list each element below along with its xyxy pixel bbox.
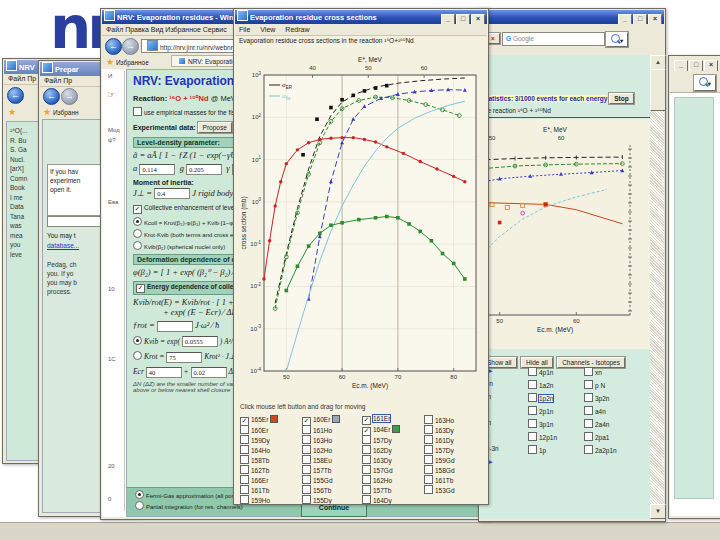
channel-checkbox[interactable] [584, 367, 593, 376]
isotope-item[interactable]: 155Dy [302, 495, 332, 504]
param-g-input[interactable]: 0.205 [186, 164, 222, 175]
isotope-item[interactable]: ✓161Er [362, 415, 390, 425]
isotope-item[interactable]: 159Dy [240, 435, 270, 444]
isotope-item[interactable]: 163Ho [302, 435, 332, 444]
maximize-button[interactable]: □ [633, 14, 647, 24]
search-button[interactable]: ▾ [694, 75, 716, 91]
isotope-checkbox[interactable]: ✓ [362, 416, 371, 425]
search-input[interactable]: G Google [502, 32, 605, 46]
isotope-item[interactable]: 161Ho [302, 425, 332, 434]
search-button[interactable]: ▾ [606, 32, 628, 47]
scroll-down-button[interactable]: ▼ [650, 504, 666, 519]
minimize-button[interactable]: _ [441, 14, 455, 24]
isotope-item[interactable]: 166Er [240, 475, 268, 484]
energy-dependence-checkbox[interactable]: ✓ [136, 284, 145, 293]
channel-checkbox[interactable] [528, 445, 537, 454]
kvib-input[interactable]: 0.0555 [182, 336, 218, 347]
channel-checkbox[interactable] [584, 380, 593, 389]
isotope-checkbox[interactable] [240, 455, 249, 464]
isotope-checkbox[interactable] [302, 485, 311, 494]
isotope-item[interactable]: 158Eu [302, 455, 332, 464]
channel-checkbox[interactable] [528, 432, 537, 441]
isotope-item[interactable]: 157Dy [362, 435, 392, 444]
isotope-checkbox[interactable] [362, 435, 371, 444]
fermi-gas-radio[interactable] [135, 490, 144, 499]
channel-item[interactable]: 1p [528, 445, 546, 454]
isotope-checkbox[interactable] [424, 415, 433, 424]
isotope-checkbox[interactable] [240, 495, 249, 504]
channel-checkbox[interactable] [528, 393, 537, 402]
isotope-item[interactable]: 164Ho [240, 445, 270, 454]
isotope-checkbox[interactable] [302, 425, 311, 434]
close-button[interactable]: × [648, 14, 662, 24]
inertia-input[interactable]: 0.4 [154, 188, 190, 199]
channel-checkbox[interactable] [528, 419, 537, 428]
channel-item[interactable]: 4p1n [528, 367, 553, 376]
collective-checkbox[interactable]: ✓ [133, 205, 142, 214]
channel-item[interactable]: 1p2n [528, 393, 553, 402]
channel-item[interactable]: 3p2n [584, 393, 609, 402]
maximize-button[interactable]: □ [456, 14, 470, 24]
scroll-up-button[interactable]: ▲ [650, 55, 666, 70]
channel-checkbox[interactable] [584, 393, 593, 402]
channel-checkbox[interactable] [528, 406, 537, 415]
isotope-checkbox[interactable] [362, 475, 371, 484]
isotope-checkbox[interactable] [302, 495, 311, 504]
isotope-checkbox[interactable] [362, 465, 371, 474]
frot-input[interactable] [157, 321, 193, 332]
forward-button[interactable]: → [122, 38, 139, 55]
window-titlebar[interactable]: _□× [480, 10, 664, 24]
channel-item[interactable]: 2p1n [528, 406, 553, 415]
cross-section-chart[interactable]: 10310210110010-110-210-310-4506070804050… [238, 49, 484, 401]
vertical-scrollbar[interactable]: ▲ ▼ [650, 55, 664, 519]
propose-button[interactable]: Propose [198, 122, 232, 133]
favorites-bar[interactable]: ★ Избранн [43, 107, 79, 117]
isotope-item[interactable]: 157Dy [424, 445, 454, 454]
channel-item[interactable]: xn [584, 367, 602, 376]
isotope-item[interactable]: 161Tb [240, 485, 269, 494]
isotope-item[interactable]: 161Tb [424, 475, 453, 484]
menu-item-view[interactable]: View [260, 26, 275, 33]
isotope-item[interactable]: 157Tb [302, 465, 331, 474]
favorites-bar[interactable]: ★ Избранное [106, 57, 149, 67]
window-titlebar[interactable]: Evaporation residue cross sections _□× [235, 10, 487, 24]
scrollbar-thumb[interactable] [650, 69, 666, 111]
isotope-item[interactable]: 158Gd [424, 465, 455, 474]
isotope-checkbox[interactable] [302, 475, 311, 484]
isotope-item[interactable]: 163Ho [424, 415, 454, 424]
isotope-checkbox[interactable] [240, 445, 249, 454]
param-a-input[interactable]: 0.114 [139, 164, 175, 175]
isotope-item[interactable]: 160Er [240, 425, 268, 434]
isotope-item[interactable]: 157Gd [362, 465, 393, 474]
isotope-checkbox[interactable] [240, 425, 249, 434]
window-titlebar[interactable]: _□× [670, 57, 720, 71]
stop-button[interactable]: Stop [609, 93, 633, 104]
channel-item[interactable]: 2a2p1n [584, 445, 617, 454]
isotope-checkbox[interactable] [240, 485, 249, 494]
isotope-item[interactable]: 159Ho [240, 495, 270, 504]
database-link[interactable]: database... [47, 242, 79, 249]
channel-checkbox[interactable] [584, 432, 593, 441]
back-button[interactable]: ← [7, 87, 24, 104]
channel-checkbox[interactable] [528, 380, 537, 389]
channel-item[interactable]: 12p1n [528, 432, 557, 441]
kcoll-radio-1[interactable] [133, 217, 142, 226]
partial-integration-radio[interactable] [135, 501, 144, 510]
channel-item[interactable]: a4n [584, 406, 606, 415]
menu-item-redraw[interactable]: Redraw [285, 26, 309, 33]
back-button[interactable]: ← [43, 88, 60, 105]
isotope-checkbox[interactable] [302, 445, 311, 454]
isotope-checkbox[interactable] [240, 475, 249, 484]
isotope-item[interactable]: 163Dy [362, 455, 392, 464]
statistics-chart[interactable]: 4550605060E*, MeVEc.m. (MeV) [480, 119, 650, 349]
isotope-checkbox[interactable] [362, 485, 371, 494]
isotope-item[interactable]: 163Dy [424, 425, 454, 434]
channel-checkbox[interactable] [584, 445, 593, 454]
isotope-checkbox[interactable] [302, 465, 311, 474]
minimize-button[interactable]: _ [674, 60, 688, 71]
kcoll-radio-2[interactable] [133, 229, 142, 238]
minimize-button[interactable]: _ [618, 14, 632, 24]
menu-items[interactable]: Файл Пр [8, 75, 36, 82]
channel-item[interactable]: p N [584, 380, 605, 389]
ecr-input-1[interactable]: 40 [146, 367, 182, 378]
